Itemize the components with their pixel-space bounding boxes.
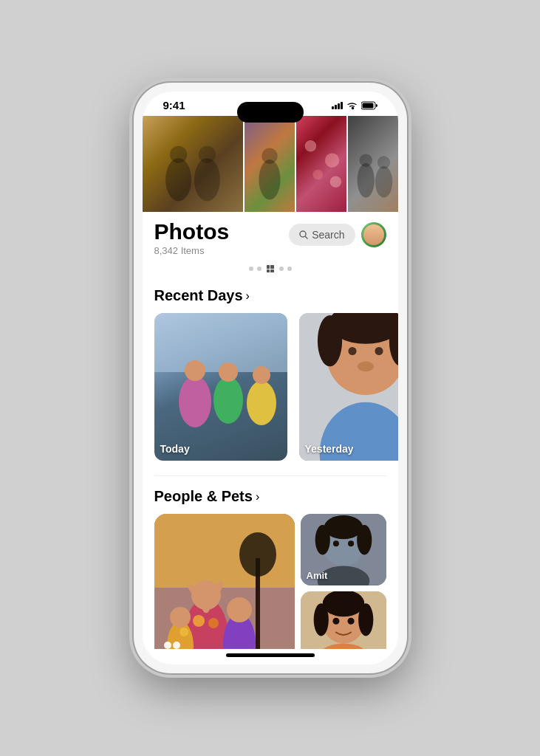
svg-point-2 xyxy=(165,158,191,201)
people-group-icon xyxy=(160,639,184,649)
svg-point-22 xyxy=(219,362,238,382)
svg-point-61 xyxy=(173,642,180,649)
people-small-stack: Amit xyxy=(301,514,386,649)
status-time: 9:41 xyxy=(163,99,185,111)
people-pets-chevron[interactable]: › xyxy=(256,490,259,504)
maya-card[interactable]: Maya xyxy=(301,591,386,649)
svg-point-58 xyxy=(180,628,188,636)
phone-frame: 9:41 xyxy=(134,83,407,673)
svg-point-3 xyxy=(169,146,186,163)
strip-photo-1 xyxy=(143,116,243,212)
strip-people-2 xyxy=(245,116,295,212)
signal-bars-icon xyxy=(332,102,343,109)
svg-point-15 xyxy=(377,156,389,168)
svg-point-74 xyxy=(313,603,328,636)
svg-point-10 xyxy=(312,170,323,180)
svg-point-39 xyxy=(357,361,373,371)
today-card[interactable]: Today xyxy=(154,313,287,461)
wifi-icon xyxy=(346,101,358,110)
people-grid: Amit xyxy=(154,514,386,649)
svg-point-7 xyxy=(262,148,277,164)
divider-1 xyxy=(154,475,386,476)
maya-label: Maya xyxy=(307,647,331,649)
dynamic-island xyxy=(237,102,304,123)
photo-count: 8,342 Items xyxy=(154,245,230,256)
svg-point-20 xyxy=(185,360,205,381)
svg-point-67 xyxy=(357,525,372,554)
battery-icon xyxy=(361,101,377,110)
recent-days-section: Recent Days › xyxy=(143,287,398,475)
strip-people-1 xyxy=(143,116,243,212)
svg-point-23 xyxy=(247,381,276,425)
search-button[interactable]: Search xyxy=(289,224,355,246)
svg-point-68 xyxy=(332,540,338,546)
bar1 xyxy=(332,106,334,109)
maya-photo xyxy=(301,591,386,649)
page-indicators xyxy=(143,259,398,281)
strip-flowers xyxy=(296,116,346,212)
amit-label: Amit xyxy=(307,570,328,581)
yesterday-label: Yesterday xyxy=(305,443,354,455)
strip-photo-4 xyxy=(348,116,398,212)
svg-point-77 xyxy=(347,618,354,625)
svg-point-47 xyxy=(239,532,276,577)
svg-point-14 xyxy=(375,166,392,198)
svg-point-75 xyxy=(358,603,373,636)
header-buttons: Search xyxy=(289,222,386,247)
indicator-1 xyxy=(249,267,253,271)
indicator-2 xyxy=(257,267,262,271)
search-icon xyxy=(299,230,308,239)
people-pets-section: People & Pets › xyxy=(143,488,398,649)
people-pets-title: People & Pets xyxy=(154,488,253,505)
svg-point-11 xyxy=(329,176,341,188)
page-title: Photos xyxy=(154,219,230,244)
indicator-4 xyxy=(279,267,284,271)
svg-point-38 xyxy=(375,347,383,355)
svg-line-17 xyxy=(306,237,308,239)
header-title-block: Photos 8,342 Items xyxy=(154,219,230,256)
yesterday-photo xyxy=(299,313,398,461)
svg-point-37 xyxy=(348,347,356,355)
svg-point-53 xyxy=(170,607,191,628)
svg-point-24 xyxy=(253,366,270,384)
header-section: Photos 8,342 Items Search xyxy=(143,116,398,287)
people-pets-header: People & Pets › xyxy=(154,488,386,505)
people-group-card[interactable] xyxy=(154,514,295,649)
yesterday-card[interactable]: Yesterday xyxy=(299,313,398,461)
today-label: Today xyxy=(160,443,190,455)
indicator-grid-icon xyxy=(267,265,274,272)
photo-strip xyxy=(143,116,398,212)
svg-point-41 xyxy=(317,315,341,366)
svg-point-19 xyxy=(179,376,211,427)
svg-point-6 xyxy=(259,159,280,199)
svg-point-55 xyxy=(227,597,252,622)
svg-point-56 xyxy=(193,615,205,627)
indicator-grid-active xyxy=(265,264,276,274)
strip-photo-2 xyxy=(245,116,295,212)
svg-point-57 xyxy=(208,618,219,628)
screen-content[interactable]: Photos 8,342 Items Search xyxy=(143,116,398,649)
svg-point-65 xyxy=(324,515,362,539)
avatar-button[interactable] xyxy=(361,222,386,247)
avatar-face xyxy=(363,224,384,245)
svg-point-8 xyxy=(304,140,316,152)
bar2 xyxy=(335,105,337,109)
svg-rect-18 xyxy=(154,313,287,372)
svg-point-13 xyxy=(359,154,372,166)
svg-point-5 xyxy=(198,146,215,163)
today-people-svg xyxy=(154,313,287,431)
recent-days-chevron[interactable]: › xyxy=(246,289,250,303)
svg-point-76 xyxy=(332,618,339,625)
recent-days-grid: Today xyxy=(154,313,386,461)
indicator-5 xyxy=(287,267,292,271)
search-label: Search xyxy=(312,229,344,241)
header-controls: Photos 8,342 Items Search xyxy=(143,212,398,259)
svg-point-59 xyxy=(164,642,171,649)
svg-point-9 xyxy=(324,153,338,167)
strip-photo-3 xyxy=(296,116,346,212)
svg-point-21 xyxy=(213,377,243,424)
recent-days-title: Recent Days xyxy=(154,287,243,304)
amit-card[interactable]: Amit xyxy=(301,514,386,585)
svg-point-4 xyxy=(194,158,219,201)
bar3 xyxy=(338,103,340,109)
